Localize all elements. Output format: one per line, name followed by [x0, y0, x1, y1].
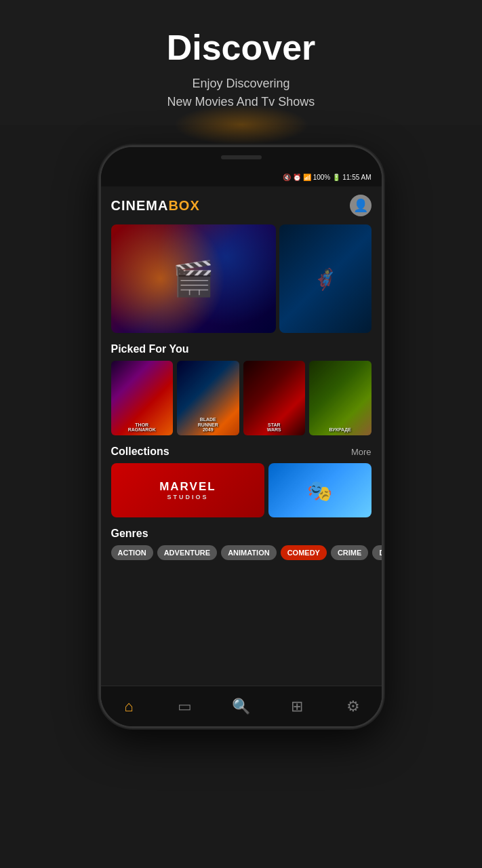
- collections-more-link[interactable]: More: [351, 447, 371, 457]
- nav-tv[interactable]: ▭: [157, 686, 213, 726]
- phone-mockup: 🔇 ⏰ 📶 100% 🔋 11:55 AM CINEMABOX 👤: [99, 145, 384, 728]
- phone-outer: 🔇 ⏰ 📶 100% 🔋 11:55 AM CINEMABOX 👤: [99, 145, 384, 728]
- app-logo: CINEMABOX: [111, 198, 200, 214]
- simpsons-image: 🎭: [307, 479, 332, 502]
- app-content: CINEMABOX 👤 🦸 Picked For You: [101, 186, 382, 706]
- genre-animation[interactable]: ANIMATION: [221, 545, 277, 560]
- movie-card-thor-inner: THORRAGNAROK: [111, 361, 174, 435]
- settings-icon: ⚙: [346, 698, 360, 715]
- picked-for-you-title: Picked For You: [101, 340, 382, 361]
- battery-icon: 🔋: [332, 174, 340, 181]
- movie-card-blade[interactable]: BLADERUNNER2049: [177, 361, 239, 435]
- collections-title: Collections: [111, 446, 169, 458]
- genre-adventure[interactable]: ADVENTURE: [157, 545, 217, 560]
- movies-row: THORRAGNAROK BLADERUNNER2049 STARWARS ВУ…: [101, 361, 382, 442]
- profile-button[interactable]: 👤: [350, 195, 371, 216]
- tv-icon: ▭: [178, 698, 192, 715]
- genres-section: Genres ACTION ADVENTURE ANIMATION COMEDY…: [101, 524, 382, 566]
- nav-apps[interactable]: ⊞: [269, 686, 325, 726]
- status-bar: 🔇 ⏰ 📶 100% 🔋 11:55 AM: [101, 167, 382, 186]
- movie-card-blade-inner: BLADERUNNER2049: [177, 361, 239, 435]
- wifi-icon: 📶: [303, 174, 311, 181]
- genres-title: Genres: [101, 528, 382, 545]
- movie-card-vukrade-inner: ВУКРАДЕ: [309, 361, 371, 435]
- collections-row: MARVEL STUDIOS 🎭: [101, 463, 382, 524]
- marvel-word: MARVEL: [159, 480, 216, 494]
- search-icon: 🔍: [232, 698, 250, 715]
- movie-label-thor: THORRAGNAROK: [128, 422, 156, 433]
- movie-card-starwars[interactable]: STARWARS: [243, 361, 306, 435]
- bottom-nav: ⌂ ▭ 🔍 ⊞ ⚙: [101, 686, 382, 726]
- logo-box: BOX: [168, 198, 199, 213]
- marvel-logo: MARVEL STUDIOS: [159, 480, 216, 500]
- hero-section: 🦸: [101, 224, 382, 340]
- collection-marvel[interactable]: MARVEL STUDIOS: [111, 463, 265, 517]
- genres-row: ACTION ADVENTURE ANIMATION COMEDY CRIME …: [101, 545, 382, 560]
- nav-search[interactable]: 🔍: [213, 686, 269, 726]
- studios-word: STUDIOS: [167, 494, 208, 500]
- phone-speaker: [221, 155, 262, 159]
- marketing-section: Discover Enjoy Discovering New Movies An…: [0, 0, 482, 125]
- status-icons: 🔇 ⏰ 📶 100% 🔋 11:55 AM: [283, 174, 371, 181]
- battery-percent: 100%: [313, 174, 331, 181]
- home-icon: ⌂: [124, 698, 133, 715]
- collections-header: Collections More: [101, 442, 382, 463]
- genre-action[interactable]: ACTION: [111, 545, 153, 560]
- apps-icon: ⊞: [291, 698, 303, 715]
- genre-comedy[interactable]: COMEDY: [281, 545, 327, 560]
- logo-cinema: CINEMA: [111, 198, 169, 213]
- movie-card-vukrade[interactable]: ВУКРАДЕ: [309, 361, 371, 435]
- hero-side-banner[interactable]: 🦸: [279, 224, 371, 333]
- nav-home[interactable]: ⌂: [101, 686, 157, 726]
- movie-label-starwars: STARWARS: [267, 422, 281, 433]
- movie-label-blade: BLADERUNNER2049: [198, 417, 218, 433]
- genre-drama[interactable]: DRAMA: [372, 545, 381, 560]
- app-header: CINEMABOX 👤: [101, 186, 382, 224]
- movie-card-starwars-inner: STARWARS: [243, 361, 306, 435]
- side-banner-image: 🦸: [313, 267, 338, 291]
- nav-settings[interactable]: ⚙: [325, 686, 382, 726]
- hero-main-banner[interactable]: [111, 224, 277, 333]
- alarm-icon: ⏰: [293, 174, 301, 181]
- movie-label-vukrade: ВУКРАДЕ: [329, 427, 351, 433]
- discover-title: Discover: [167, 27, 316, 68]
- person-icon: 👤: [353, 198, 368, 213]
- collection-simpsons[interactable]: 🎭: [268, 463, 371, 517]
- time-display: 11:55 AM: [342, 174, 371, 181]
- hero-main-image: [111, 224, 277, 333]
- genre-crime[interactable]: CRIME: [331, 545, 368, 560]
- phone-notch: [101, 147, 382, 167]
- mute-icon: 🔇: [283, 174, 291, 181]
- discover-subtitle: Enjoy Discovering New Movies And Tv Show…: [167, 75, 315, 111]
- movie-card-thor[interactable]: THORRAGNAROK: [111, 361, 174, 435]
